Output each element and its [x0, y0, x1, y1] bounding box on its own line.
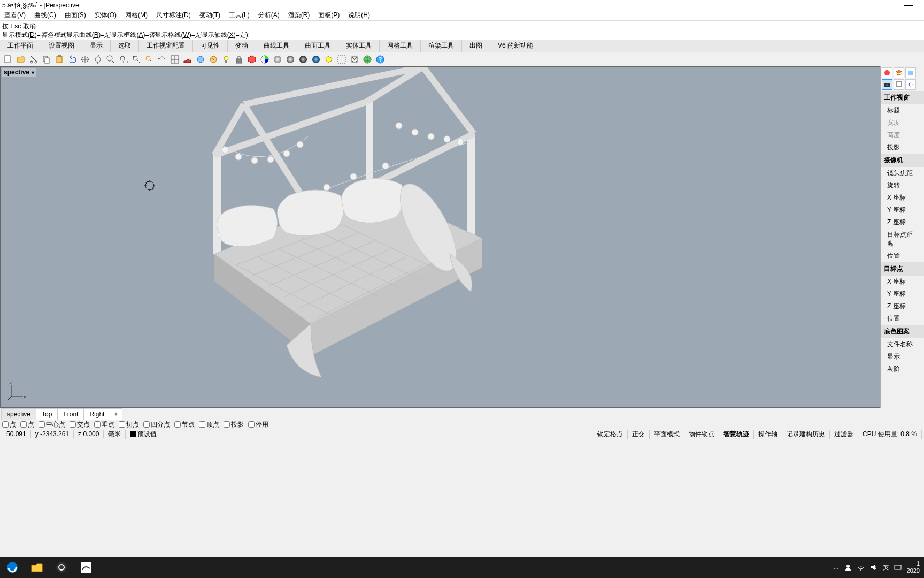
- open-icon[interactable]: [15, 54, 27, 65]
- view-tab-top[interactable]: Top: [36, 408, 58, 420]
- undo-icon[interactable]: [66, 54, 78, 65]
- layers-tab-icon[interactable]: [894, 67, 904, 78]
- menu-analyze[interactable]: 分析(A): [254, 10, 284, 21]
- tray-volume-icon[interactable]: [870, 564, 877, 571]
- command-input[interactable]: [250, 31, 357, 39]
- tab-setview[interactable]: 设置视图: [41, 40, 82, 52]
- sphere2-icon[interactable]: [284, 54, 296, 65]
- sel-filter-icon[interactable]: [336, 54, 348, 65]
- viewport-menu-arrow[interactable]: ▾: [32, 70, 34, 75]
- cplane-icon[interactable]: [169, 54, 181, 65]
- sphere-blue-icon[interactable]: [310, 54, 322, 65]
- menu-view[interactable]: 查看(V): [0, 10, 30, 21]
- tab-visibility[interactable]: 可见性: [193, 40, 228, 52]
- status-ortho[interactable]: 正交: [628, 430, 650, 439]
- minimize-button[interactable]: —: [904, 0, 913, 11]
- zoom-icon[interactable]: [105, 54, 117, 65]
- render-icon[interactable]: [207, 54, 219, 65]
- osnap-0[interactable]: 点: [2, 420, 16, 429]
- tab-solid-tools[interactable]: 实体工具: [338, 40, 380, 52]
- status-smarttrack[interactable]: 智慧轨迹: [719, 430, 754, 439]
- menu-transform[interactable]: 变动(T): [195, 10, 225, 21]
- named-view-icon[interactable]: [182, 54, 194, 65]
- tab-mesh-tools[interactable]: 网格工具: [380, 40, 421, 52]
- tab-v6-new[interactable]: V6 的新功能: [490, 40, 541, 52]
- tab-viewport-layout[interactable]: 工作视窗配置: [139, 40, 193, 52]
- props-item[interactable]: 标题: [881, 104, 924, 117]
- display-tab-icon[interactable]: [905, 67, 916, 78]
- props-item[interactable]: Y 座标: [881, 204, 924, 216]
- menu-dimension[interactable]: 尺寸标注(D): [152, 10, 195, 21]
- props-tab-icon[interactable]: [882, 67, 892, 78]
- osnap-10[interactable]: 停用: [248, 420, 268, 429]
- osnap-8[interactable]: 顶点: [199, 420, 219, 429]
- props-item[interactable]: 镜头焦距: [881, 167, 924, 179]
- props-item[interactable]: Z 座标: [881, 216, 924, 229]
- status-osnap[interactable]: 物件锁点: [684, 430, 719, 439]
- tab-select[interactable]: 选取: [111, 40, 139, 52]
- props-item[interactable]: Y 座标: [881, 288, 924, 300]
- viewport-label[interactable]: spective▾: [2, 68, 36, 77]
- obs-icon[interactable]: [49, 557, 74, 578]
- tray-people-icon[interactable]: [844, 564, 852, 571]
- tray-chevron-icon[interactable]: ︿: [833, 564, 839, 572]
- material-icon[interactable]: [246, 54, 258, 65]
- sphere1-icon[interactable]: [272, 54, 283, 65]
- osnap-5[interactable]: 切点: [119, 420, 139, 429]
- tab-surface-tools[interactable]: 曲面工具: [297, 40, 338, 52]
- menu-render[interactable]: 渲染(R): [284, 10, 314, 21]
- edge-icon[interactable]: [0, 557, 25, 578]
- copy-icon[interactable]: [41, 54, 52, 65]
- pan-icon[interactable]: [79, 54, 91, 65]
- osnap-3[interactable]: 交点: [70, 420, 90, 429]
- perspective-viewport[interactable]: spective▾: [0, 66, 880, 408]
- menu-tools[interactable]: 工具(L): [225, 10, 254, 21]
- props-item[interactable]: X 座标: [881, 192, 924, 204]
- view-tab-front[interactable]: Front: [57, 408, 84, 420]
- undo-view-icon[interactable]: [156, 54, 168, 65]
- tab-render-tools[interactable]: 渲染工具: [421, 40, 462, 52]
- light-icon[interactable]: [220, 54, 232, 65]
- sphere3-icon[interactable]: [297, 54, 309, 65]
- osnap-6[interactable]: 四分点: [143, 420, 170, 429]
- osnap-1[interactable]: 点: [20, 420, 34, 429]
- props-item[interactable]: Z 座标: [881, 300, 924, 313]
- tab-curve-tools[interactable]: 曲线工具: [256, 40, 297, 52]
- props-item[interactable]: 旋转: [881, 179, 924, 192]
- props-item[interactable]: 目标点距离: [881, 229, 924, 250]
- osnap-9[interactable]: 投影: [224, 420, 244, 429]
- camera-tab-icon[interactable]: [882, 79, 892, 90]
- status-history[interactable]: 记录建构历史: [782, 430, 830, 439]
- menu-surface[interactable]: 曲面(S): [60, 10, 90, 21]
- link-tab-icon[interactable]: [905, 79, 916, 90]
- tray-clock[interactable]: 1 2020: [907, 560, 920, 574]
- sel-mesh-icon[interactable]: [349, 54, 360, 65]
- status-filter[interactable]: 过滤器: [830, 430, 858, 439]
- props-item[interactable]: 位置: [881, 313, 924, 325]
- new-icon[interactable]: [2, 54, 14, 65]
- options-icon[interactable]: [323, 54, 335, 65]
- status-gridsnap[interactable]: 锁定格点: [593, 430, 628, 439]
- zoom-window-icon[interactable]: [118, 54, 129, 65]
- props-item[interactable]: 位置: [881, 250, 924, 262]
- menu-solid[interactable]: 实体(O): [90, 10, 121, 21]
- props-item[interactable]: 投影: [881, 141, 924, 154]
- paste-icon[interactable]: [53, 54, 65, 65]
- osnap-4[interactable]: 垂点: [94, 420, 114, 429]
- color-wheel-icon[interactable]: [259, 54, 271, 65]
- props-item[interactable]: 文件名称: [881, 338, 924, 351]
- zoom-selected-icon[interactable]: [143, 54, 155, 65]
- status-gumball[interactable]: 操作轴: [754, 430, 782, 439]
- globe-icon[interactable]: [361, 54, 373, 65]
- tab-transform[interactable]: 变动: [228, 40, 256, 52]
- command-prompt[interactable]: 显示模式(D)= 着色模式 显示曲线(R)= 是 显示框线(A)= 否 显示格线…: [0, 30, 924, 40]
- rotate-view-icon[interactable]: [92, 54, 104, 65]
- menu-mesh[interactable]: 网格(M): [121, 10, 152, 21]
- view-tab-add[interactable]: ✦: [110, 408, 122, 420]
- help-icon[interactable]: ?: [374, 54, 386, 65]
- tray-wifi-icon[interactable]: [857, 564, 865, 571]
- status-layer[interactable]: 预设值: [126, 430, 161, 439]
- status-planar[interactable]: 平面模式: [650, 430, 684, 439]
- tab-cplane[interactable]: 工作平面: [0, 40, 41, 52]
- tab-display[interactable]: 显示: [82, 40, 111, 52]
